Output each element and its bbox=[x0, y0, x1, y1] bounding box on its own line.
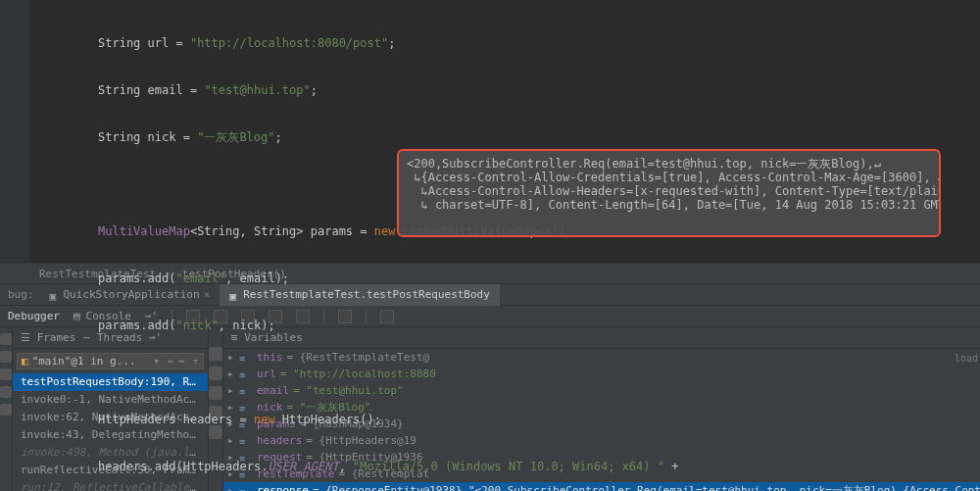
variable-icon bbox=[239, 402, 253, 414]
editor-gutter bbox=[0, 0, 29, 263]
variable-icon bbox=[239, 485, 253, 492]
code-editor[interactable]: String url = "http://localhost:8080/post… bbox=[0, 0, 980, 263]
variable-icon bbox=[239, 368, 253, 380]
code-content: String url = "http://localhost:8080/post… bbox=[0, 4, 980, 491]
variable-icon bbox=[239, 452, 253, 464]
debug-value-tooltip: <200,SubscribeController.Req(email=test@… bbox=[397, 149, 941, 237]
load-indicator: load bbox=[955, 353, 978, 364]
variable-icon bbox=[239, 435, 253, 447]
variable-icon bbox=[239, 352, 253, 364]
variable-icon bbox=[239, 418, 253, 430]
variable-icon bbox=[239, 468, 253, 480]
variable-icon bbox=[239, 385, 253, 397]
